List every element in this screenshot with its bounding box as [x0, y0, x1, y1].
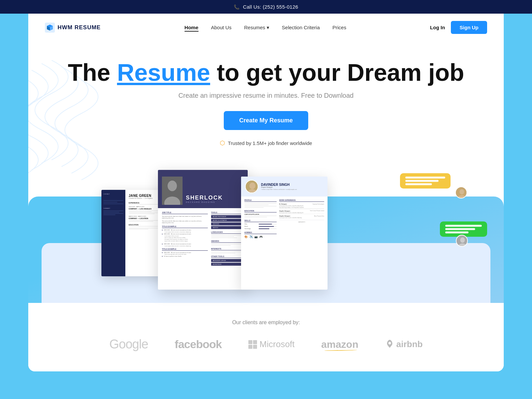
nav-link-prices[interactable]: Prices: [332, 25, 346, 30]
logo-icon: [45, 23, 55, 33]
navbar: HWM RESUME Home About Us Resumes ▾ Selec…: [28, 14, 504, 41]
nav-item-prices[interactable]: Prices: [332, 25, 346, 30]
badge-icon: ⬡: [220, 139, 225, 147]
chat-bubble-yellow: [400, 173, 451, 189]
card2-photo: [162, 177, 183, 205]
card4-name: DAVINDER SINGH: [261, 183, 297, 187]
card4-avatar: [245, 180, 258, 193]
signup-button[interactable]: Sign Up: [451, 21, 487, 34]
card1-name: JANE GREEN: [129, 194, 161, 198]
resume-card-1: CONTACT SUMMARY JANE GREEN Creative Art …: [101, 190, 165, 276]
hero-headline: The Resume to get your Dream job: [48, 60, 484, 86]
login-button[interactable]: Log In: [430, 25, 445, 30]
nav-item-about[interactable]: About Us: [211, 25, 232, 30]
cta-button[interactable]: Create My Resume: [224, 111, 308, 130]
card2-name: SHERLOCK: [186, 195, 223, 201]
logo-google: Google: [109, 337, 148, 351]
card1-sidebar: CONTACT SUMMARY: [101, 190, 125, 276]
svg-point-11: [460, 237, 465, 243]
card2-header: SHERLOCK DECKARD BAGGINS: [158, 170, 248, 208]
resume-card-2: SHERLOCK DECKARD BAGGINS JOB TITLE Text …: [158, 170, 248, 290]
resume-card-4: DAVINDER SINGH Graphic Designer • websit…: [241, 177, 328, 290]
chat-bubble-avatar-2: [456, 235, 468, 247]
main-container: HWM RESUME Home About Us Resumes ▾ Selec…: [28, 14, 504, 371]
card1-title: Creative Art Director — Los Angeles: [129, 198, 161, 199]
nav-link-resumes[interactable]: Resumes ▾: [244, 25, 269, 31]
topbar: 📞 Call Us: (252) 555-0126: [0, 0, 532, 14]
trust-text: Trusted by 1.5M+ job finder worldwide: [228, 140, 312, 146]
card4-header: DAVINDER SINGH Graphic Designer • websit…: [241, 177, 328, 197]
chevron-down-icon: ▾: [267, 25, 269, 31]
phone-icon: 📞: [234, 4, 239, 10]
logo[interactable]: HWM RESUME: [45, 23, 101, 33]
headline-post: to get your Dream job: [210, 59, 464, 86]
nav-item-resumes[interactable]: Resumes ▾: [244, 25, 269, 31]
nav-link-about[interactable]: About Us: [211, 25, 232, 30]
chat-bubble-avatar-1: [455, 187, 467, 199]
nav-links: Home About Us Resumes ▾ Selection Criter…: [185, 25, 346, 31]
clients-section: Our clients are employed by: Google face…: [28, 303, 504, 371]
nav-item-home[interactable]: Home: [185, 25, 199, 30]
hero-section: The Resume to get your Dream job Create …: [28, 41, 504, 147]
svg-point-2: [168, 181, 177, 191]
clients-logos: Google facebook Microsoft: [48, 337, 484, 351]
airbnb-icon: [385, 339, 394, 350]
card2-body: JOB TITLE Text personal info data since …: [158, 208, 248, 270]
nav-link-home[interactable]: Home: [185, 25, 199, 32]
clients-label: Our clients are employed by:: [48, 320, 484, 326]
headline-highlight: Resume: [117, 59, 210, 86]
nav-auth: Log In Sign Up: [430, 21, 487, 34]
headline-pre: The: [68, 59, 117, 86]
topbar-text: Call Us: (252) 555-0126: [243, 4, 298, 10]
nav-item-selection[interactable]: Selection Criteria: [282, 25, 320, 30]
chat-bubble-green: [440, 221, 487, 237]
logo-amazon: amazon: [321, 339, 358, 350]
svg-point-8: [460, 189, 464, 195]
logo-facebook: facebook: [175, 338, 221, 351]
card4-body: PROFILE EDUCATION COMPUTER APPLICATION S…: [241, 197, 328, 241]
trust-badge: ⬡ Trusted by 1.5M+ job finder worldwide: [48, 139, 484, 147]
card4-subtitle: Graphic Designer: [261, 187, 297, 188]
logo-airbnb: airbnb: [385, 339, 423, 350]
logo-microsoft: Microsoft: [248, 339, 295, 349]
card2-subtitle: DECKARD BAGGINS: [186, 201, 223, 203]
svg-point-5: [249, 183, 255, 189]
logo-text: HWM RESUME: [58, 24, 101, 31]
hero-subtext: Create an impressive resume in minutes. …: [48, 92, 484, 99]
preview-section: CONTACT SUMMARY JANE GREEN Creative Art …: [28, 157, 504, 303]
nav-link-selection[interactable]: Selection Criteria: [282, 25, 320, 30]
